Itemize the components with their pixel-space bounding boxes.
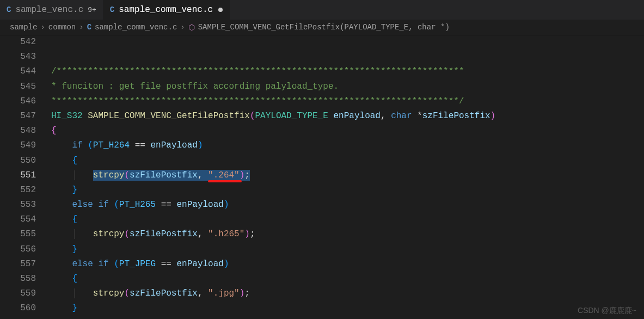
tab-label: sample_comm_venc.c — [119, 5, 213, 15]
tab-badge: 9+ — [88, 6, 96, 14]
c-file-icon: C — [7, 5, 11, 14]
breadcrumb-file[interactable]: sample_comm_venc.c — [95, 23, 177, 32]
c-file-icon: C — [110, 5, 114, 14]
watermark: CSDN @鹿鹿鹿~ — [578, 306, 636, 316]
code-content[interactable]: /***************************************… — [49, 35, 644, 319]
chevron-right-icon: › — [40, 23, 45, 32]
modified-dot-icon — [218, 8, 223, 12]
tab-label: sample_venc.c — [15, 5, 83, 15]
symbol-icon: ⬡ — [188, 23, 195, 32]
breadcrumb[interactable]: sample › common › C sample_comm_venc.c ›… — [0, 20, 644, 35]
tab-bar: C sample_venc.c 9+ C sample_comm_venc.c — [0, 0, 644, 20]
line-number-gutter: 542 543 544 545 546 547 548 549 550 551 … — [0, 35, 49, 319]
breadcrumb-symbol[interactable]: SAMPLE_COMM_VENC_GetFilePostfix(PAYLOAD_… — [198, 23, 450, 32]
c-file-icon: C — [87, 23, 91, 32]
breadcrumb-segment[interactable]: common — [48, 23, 76, 32]
tab-sample-venc[interactable]: C sample_venc.c 9+ — [0, 0, 103, 20]
highlighted-string: ".264" — [208, 170, 240, 180]
chevron-right-icon: › — [79, 23, 83, 32]
breadcrumb-segment[interactable]: sample — [10, 23, 37, 32]
chevron-right-icon: › — [180, 23, 185, 32]
tab-sample-comm-venc[interactable]: C sample_comm_venc.c — [103, 0, 230, 20]
code-editor[interactable]: 542 543 544 545 546 547 548 549 550 551 … — [0, 35, 644, 319]
